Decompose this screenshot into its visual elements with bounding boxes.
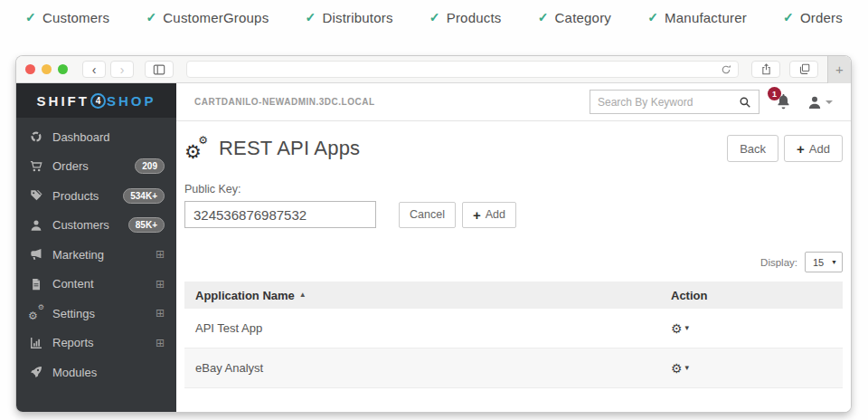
gear-icon: ⚙	[671, 322, 683, 335]
app-name-cell: API Test App	[195, 321, 671, 335]
browser-toolbar: ‹ ›	[16, 56, 851, 83]
check-icon: ✓	[25, 11, 36, 24]
column-application-name[interactable]: Application Name ▲	[195, 289, 671, 302]
store-host-label: CARTDANILO-NEWADMIN.3DC.LOCAL	[194, 97, 375, 107]
sync-item-label: CustomerGroups	[163, 10, 269, 25]
chevron-down-icon	[826, 100, 833, 104]
main-area: CARTDANILO-NEWADMIN.3DC.LOCAL	[176, 83, 851, 412]
address-bar	[186, 61, 739, 78]
gears-icon: ⚙⚙	[28, 307, 43, 320]
table-header: Application Name ▲ Action	[184, 282, 843, 309]
form-add-button[interactable]: + Add	[462, 202, 516, 228]
public-key-section: Public Key: Cancel + Add	[184, 183, 843, 228]
cart-icon	[28, 160, 43, 173]
page-content: ⚙⚙ REST API Apps Back + Add Public Key	[176, 121, 851, 412]
tab-overview-button[interactable]	[789, 61, 818, 78]
logo-text-shift: SHIFT	[37, 93, 90, 109]
account-menu-button[interactable]	[807, 95, 833, 110]
form-add-label: Add	[486, 208, 505, 221]
logo-number-badge: 4	[90, 93, 106, 109]
header-buttons: Back + Add	[727, 135, 843, 162]
sync-item-label: Customers	[42, 10, 109, 25]
sidebar-nav: Dashboard Orders 209 Products	[16, 118, 176, 387]
caret-down-icon: ▾	[685, 324, 690, 332]
sidebar-item-label: Customers	[52, 218, 109, 232]
search-icon[interactable]	[739, 96, 751, 109]
public-key-input[interactable]	[184, 201, 376, 228]
share-button[interactable]	[751, 61, 780, 78]
window-controls	[25, 64, 68, 74]
sync-item-customergroups: ✓ CustomerGroups	[146, 10, 269, 25]
select-arrow-icon: ▼	[831, 259, 837, 265]
minimize-window-button[interactable]	[42, 64, 52, 74]
zoom-window-button[interactable]	[58, 64, 68, 74]
check-icon: ✓	[647, 11, 658, 24]
user-icon	[28, 219, 43, 232]
url-input[interactable]	[193, 64, 721, 75]
sync-item-label: Orders	[800, 10, 843, 25]
check-icon: ✓	[538, 11, 549, 24]
row-action-dropdown[interactable]: ⚙ ▾	[671, 362, 832, 375]
orders-count-badge: 209	[135, 158, 165, 174]
customers-count-badge: 85K+	[128, 217, 165, 233]
share-icon	[760, 63, 772, 75]
notifications-button[interactable]: 1	[776, 94, 791, 110]
sync-item-products: ✓ Products	[429, 10, 502, 25]
expand-icon: ⊞	[156, 279, 165, 290]
megaphone-icon	[28, 248, 43, 261]
expand-icon: ⊞	[156, 338, 165, 348]
topbar-actions: 1	[590, 90, 833, 114]
sidebar-item-reports[interactable]: Reports ⊞	[16, 329, 176, 358]
notification-count-badge: 1	[768, 87, 781, 100]
display-row: Display: 15 ▼	[184, 252, 843, 272]
apps-table: Application Name ▲ Action API Test App ⚙…	[184, 282, 843, 388]
gear-icon: ⚙	[671, 362, 683, 375]
page: ✓ Customers ✓ CustomerGroups ✓ Distribut…	[0, 0, 868, 420]
sync-item-label: Category	[555, 10, 611, 25]
sync-item-label: Products	[447, 10, 502, 25]
add-app-button[interactable]: + Add	[784, 135, 843, 162]
display-count-select[interactable]: 15 ▼	[805, 252, 843, 272]
rocket-icon	[28, 366, 43, 378]
display-label: Display:	[760, 257, 797, 268]
new-tab-button[interactable]: +	[827, 56, 851, 83]
sync-item-label: Manufacturer	[665, 10, 747, 25]
sidebar-item-products[interactable]: Products 534K+	[16, 181, 176, 211]
sync-status-bar: ✓ Customers ✓ CustomerGroups ✓ Distribut…	[0, 0, 868, 34]
forward-nav-button[interactable]: ›	[110, 61, 134, 78]
sidebar-toggle-button[interactable]	[145, 61, 174, 78]
display-count-value: 15	[813, 257, 824, 268]
tabs-icon	[798, 63, 810, 75]
sidebar-item-customers[interactable]: Customers 85K+	[16, 211, 176, 241]
nav-buttons: ‹ ›	[82, 61, 134, 78]
sidebar-item-modules[interactable]: Modules	[16, 358, 176, 387]
sidebar: SHIFT 4 SHOP Dashboard	[16, 83, 176, 412]
sidebar-item-marketing[interactable]: Marketing ⊞	[16, 240, 176, 270]
public-key-label: Public Key:	[184, 183, 843, 196]
plus-icon: +	[473, 208, 481, 222]
cancel-button[interactable]: Cancel	[399, 202, 456, 228]
expand-icon: ⊞	[156, 249, 165, 260]
page-header: ⚙⚙ REST API Apps Back + Add	[184, 132, 843, 165]
sidebar-item-content[interactable]: Content ⊞	[16, 270, 176, 300]
back-button[interactable]: Back	[727, 135, 778, 162]
back-nav-button[interactable]: ‹	[82, 61, 106, 78]
refresh-icon[interactable]	[721, 64, 731, 75]
sidebar-item-label: Marketing	[52, 248, 104, 262]
shift4shop-logo: SHIFT 4 SHOP	[16, 83, 176, 118]
account-icon	[807, 95, 822, 110]
search-input[interactable]	[598, 96, 739, 109]
sidebar-item-settings[interactable]: ⚙⚙ Settings ⊞	[16, 299, 176, 329]
table-row: API Test App ⚙ ▾	[184, 309, 843, 348]
close-window-button[interactable]	[25, 64, 35, 74]
sidebar-item-dashboard[interactable]: Dashboard	[16, 122, 176, 152]
sync-item-label: Distributors	[322, 10, 392, 25]
page-title: REST API Apps	[219, 137, 360, 160]
sync-item-orders: ✓ Orders	[783, 10, 843, 25]
sidebar-item-label: Content	[52, 277, 94, 291]
sidebar-item-orders[interactable]: Orders 209	[16, 152, 176, 182]
table-row: eBay Analyst ⚙ ▾	[184, 348, 843, 388]
admin-topbar: CARTDANILO-NEWADMIN.3DC.LOCAL	[176, 83, 851, 121]
row-action-dropdown[interactable]: ⚙ ▾	[671, 322, 832, 335]
sync-item-customers: ✓ Customers	[25, 10, 109, 25]
